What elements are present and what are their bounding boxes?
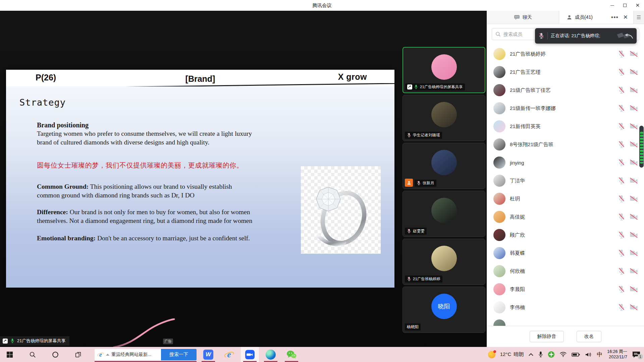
camera-muted-icon[interactable] xyxy=(630,51,638,57)
member-row[interactable]: 高佳妮 xyxy=(487,208,644,226)
ime-indicator[interactable]: 中 xyxy=(597,351,602,358)
camera-muted-icon[interactable] xyxy=(630,141,638,148)
start-button[interactable] xyxy=(2,347,17,362)
mic-muted-icon[interactable] xyxy=(618,303,625,311)
member-row[interactable]: 21级广告班丁佳艺 xyxy=(487,81,644,99)
camera-muted-icon[interactable] xyxy=(630,268,638,275)
close-button[interactable]: ✕ xyxy=(631,0,644,11)
task-view-button[interactable] xyxy=(70,347,86,362)
camera-muted-icon[interactable] xyxy=(630,250,638,256)
tab-members[interactable]: 成员(41) ••• ✕ xyxy=(559,11,633,24)
mic-muted-icon[interactable] xyxy=(618,249,625,257)
rename-button[interactable]: 改名 xyxy=(577,331,601,342)
taskbar-clock[interactable]: 16:26 周一 2022/11/7 xyxy=(607,349,627,360)
camera-muted-icon[interactable] xyxy=(630,87,638,94)
ie-launcher[interactable]: e 重温经典网站最新... xyxy=(95,349,161,360)
member-row[interactable]: jinying xyxy=(487,154,644,172)
member-avatar xyxy=(493,283,505,295)
camera-muted-icon[interactable] xyxy=(630,69,638,75)
member-row[interactable]: 8号张翔21级广告班 xyxy=(487,135,644,154)
mic-muted-icon[interactable] xyxy=(407,133,411,137)
tab-members-label: 成员(41) xyxy=(575,14,593,20)
member-list-scrollbar[interactable] xyxy=(639,126,644,168)
tray-expand-icon[interactable] xyxy=(528,353,534,356)
mic-muted-icon[interactable] xyxy=(618,122,625,130)
unmute-button[interactable]: 解除静音 xyxy=(530,331,564,342)
member-row[interactable]: 21广告王艺瑾 xyxy=(487,63,644,81)
video-thumbnail[interactable]: 21广告班杨婷婷 xyxy=(402,239,485,285)
action-center-button[interactable]: 1 xyxy=(632,351,641,358)
member-row[interactable]: 21级新传一班李娜娜 xyxy=(487,99,644,117)
video-thumbnail[interactable]: 学生记者刘璐瑶 xyxy=(402,95,485,141)
mic-muted-icon[interactable] xyxy=(618,213,625,221)
taskbar-wps-button[interactable]: W xyxy=(199,347,217,362)
camera-muted-icon[interactable] xyxy=(630,304,638,311)
taskbar-wechat-button[interactable] xyxy=(282,347,301,362)
video-thumbnail[interactable]: 赵雯雯 xyxy=(402,191,485,237)
camera-muted-icon[interactable] xyxy=(630,105,638,112)
member-row[interactable]: 顾广欣 xyxy=(487,226,644,244)
tray-battery-icon[interactable] xyxy=(572,352,580,357)
member-row[interactable]: 李伟楠 xyxy=(487,298,644,316)
camera-muted-icon[interactable] xyxy=(630,232,638,238)
member-row[interactable] xyxy=(487,316,644,326)
camera-muted-icon[interactable] xyxy=(630,123,638,130)
share-pill-label: 21广告杨烨瑄的屏幕共享 xyxy=(17,338,65,344)
mic-muted-icon[interactable] xyxy=(618,231,625,239)
panel-close-icon[interactable]: ✕ xyxy=(622,14,629,21)
video-thumbnail[interactable]: 张新月 xyxy=(402,143,485,189)
taskbar-edge-button[interactable] xyxy=(262,347,280,362)
member-row[interactable]: 21新传田英英 xyxy=(487,117,644,135)
presentation-slide: P(26) [Brand] X grow Strategy Brand posi… xyxy=(6,70,394,288)
tray-360-icon[interactable] xyxy=(548,351,555,358)
mic-muted-icon[interactable] xyxy=(618,177,625,185)
taskbar-search-button[interactable] xyxy=(25,347,40,362)
tencent-meeting-icon xyxy=(245,350,255,360)
weather-icon[interactable] xyxy=(488,351,495,358)
mic-muted-icon[interactable] xyxy=(538,33,544,39)
member-row[interactable]: 韩夏蝶 xyxy=(487,244,644,262)
camera-muted-icon[interactable] xyxy=(630,286,638,293)
tray-volume-icon[interactable] xyxy=(585,352,592,358)
mic-muted-icon[interactable] xyxy=(618,267,625,275)
mic-muted-icon[interactable] xyxy=(618,285,625,293)
window-titlebar: 腾讯会议 ✕ xyxy=(0,0,644,11)
member-row[interactable]: 21广告班杨婷婷 xyxy=(487,45,644,63)
mic-muted-icon[interactable] xyxy=(618,140,625,148)
video-thumbnail[interactable]: 21广告杨烨瑄的屏幕共享 xyxy=(402,47,485,93)
tray-mic-icon[interactable] xyxy=(538,351,543,358)
shared-screen-area: P(26) [Brand] X grow Strategy Brand posi… xyxy=(0,11,487,347)
member-row[interactable]: 何欣楠 xyxy=(487,262,644,280)
ie-search-widget[interactable]: e 重温经典网站最新... 搜索一下 xyxy=(95,347,197,362)
minimize-button[interactable] xyxy=(606,0,619,11)
member-row[interactable]: 李晨阳 xyxy=(487,280,644,298)
mic-muted-icon[interactable] xyxy=(618,159,625,167)
taskbar-web-search-button[interactable]: 搜索一下 xyxy=(161,349,197,360)
camera-muted-icon[interactable] xyxy=(630,195,638,202)
panel-menu-button[interactable]: ☰ xyxy=(633,11,644,24)
mic-muted-icon[interactable] xyxy=(407,229,411,233)
member-row[interactable]: 丁洁华 xyxy=(487,172,644,190)
camera-muted-icon[interactable] xyxy=(630,214,638,220)
mic-muted-icon[interactable] xyxy=(618,68,625,76)
cortana-button[interactable] xyxy=(48,347,63,362)
maximize-button[interactable] xyxy=(619,0,631,11)
mic-muted-icon[interactable] xyxy=(618,104,625,112)
mic-muted-icon[interactable] xyxy=(618,195,625,203)
video-thumbnail[interactable]: 晓阳杨晓阳 xyxy=(402,287,485,333)
chat-icon xyxy=(514,15,520,20)
tray-wifi-icon[interactable] xyxy=(559,352,567,357)
taskbar-ie-button[interactable]: e xyxy=(220,347,238,362)
mic-muted-icon[interactable] xyxy=(618,50,625,58)
weather-text[interactable]: 12°C晴朗 xyxy=(500,351,524,358)
tab-chat[interactable]: 聊天 xyxy=(487,11,559,24)
camera-muted-icon[interactable] xyxy=(630,177,638,184)
more-options-icon[interactable]: ••• xyxy=(610,16,619,19)
camera-muted-icon[interactable] xyxy=(630,159,638,166)
member-row[interactable]: 杜玥 xyxy=(487,190,644,208)
taskbar-meeting-button[interactable] xyxy=(241,347,259,362)
members-panel: 聊天 成员(41) ••• ✕ ☰ xyxy=(487,11,644,347)
mic-muted-icon[interactable] xyxy=(417,181,421,185)
mic-muted-icon[interactable] xyxy=(407,277,411,281)
mic-muted-icon[interactable] xyxy=(618,86,625,94)
